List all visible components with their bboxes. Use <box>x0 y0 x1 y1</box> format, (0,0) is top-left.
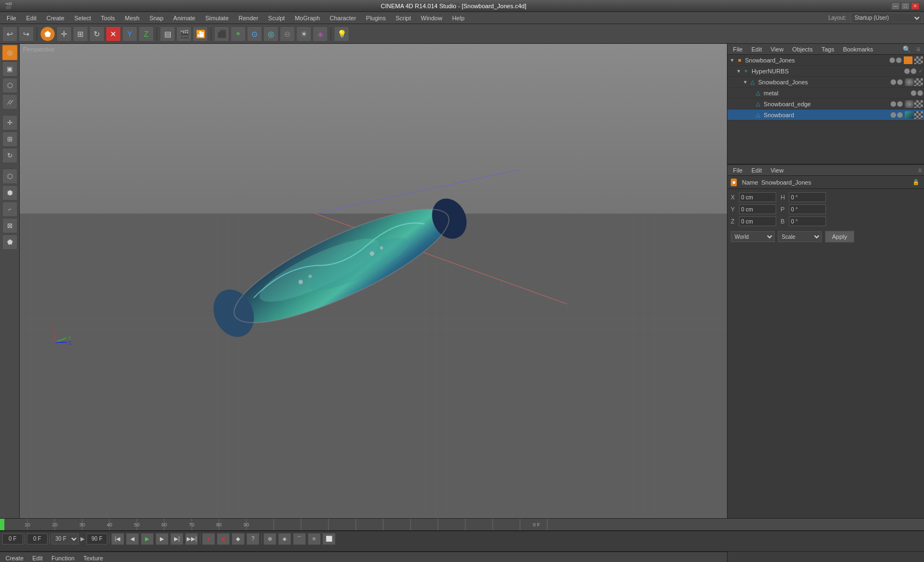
render-dot[interactable] <box>911 68 916 74</box>
current-frame-input[interactable] <box>2 534 23 544</box>
start-frame-input[interactable] <box>27 534 48 544</box>
bevel-button[interactable]: ⬢ <box>2 185 18 200</box>
fcurve-button[interactable]: ⌒ <box>293 533 306 545</box>
go-to-last-button[interactable]: ▶▶| <box>185 533 198 545</box>
coord-z-input[interactable] <box>739 216 776 226</box>
visibility-dot[interactable] <box>891 112 896 118</box>
render-settings-button[interactable]: 🎦 <box>193 26 208 42</box>
step-forward-button[interactable]: ▶ <box>155 533 169 545</box>
attr-view-menu[interactable]: View <box>767 167 787 174</box>
material-preview-1[interactable] <box>905 78 914 86</box>
object-row-hypernurbs[interactable]: ▼ ⌖ HyperNURBS ✓ <box>727 66 924 77</box>
fps-dropdown[interactable]: 30 F <box>51 534 79 544</box>
step-back-button[interactable]: ◀ <box>126 533 139 545</box>
live-selection-button[interactable]: ◎ <box>2 45 18 60</box>
autokey-button[interactable]: ● <box>202 533 215 545</box>
scale-dropdown[interactable]: Scale <box>778 231 822 242</box>
move-button[interactable]: ✛ <box>2 115 18 130</box>
rect-selection-button[interactable]: ▣ <box>2 61 18 77</box>
menu-create[interactable]: Create <box>42 14 69 22</box>
nurbs-button[interactable]: ⌖ <box>230 26 246 42</box>
object-row-snowboard-jones-child[interactable]: ▼ △ Snowboard_Jones <box>727 77 924 88</box>
visibility-dot[interactable] <box>891 79 896 85</box>
smooth-button[interactable]: ⬟ <box>2 234 18 250</box>
object-color-tag[interactable] <box>904 56 913 64</box>
undo-button[interactable]: ↩ <box>2 26 18 42</box>
render-dot[interactable] <box>896 58 902 63</box>
redo-button[interactable]: ↪ <box>19 26 34 42</box>
render-dot[interactable] <box>897 79 903 85</box>
attr-lock-icon[interactable]: 🔒 <box>913 179 919 185</box>
mat-edit-menu[interactable]: Edit <box>29 554 46 562</box>
menu-sculpt[interactable]: Sculpt <box>264 14 290 22</box>
coord-h-input[interactable] <box>789 192 826 202</box>
menu-file[interactable]: File <box>2 14 21 22</box>
object-row-metal[interactable]: ▶ △ metal <box>727 88 924 99</box>
viewport-canvas[interactable]: Y Z X Perspective <box>20 44 727 518</box>
render-dot[interactable] <box>897 112 903 118</box>
render-viewport-button[interactable]: ▤ <box>160 26 175 42</box>
om-settings-icon[interactable]: ≡ <box>915 45 922 53</box>
menu-script[interactable]: Script <box>391 14 415 22</box>
mat-function-menu[interactable]: Function <box>48 554 78 562</box>
visibility-dot[interactable] <box>904 68 910 74</box>
end-frame-input[interactable] <box>86 534 107 544</box>
layout-selector[interactable]: Startup (User) <box>851 13 922 24</box>
maximize-button[interactable]: □ <box>901 2 910 10</box>
texture-tag-edge[interactable] <box>914 100 923 108</box>
object-row-snowboard[interactable]: ▶ △ Snowboard <box>727 110 924 121</box>
go-to-start-button[interactable]: |◀ <box>111 533 124 545</box>
key-button[interactable]: ◆ <box>232 533 245 545</box>
menu-animate[interactable]: Animate <box>169 14 200 22</box>
extrude-button[interactable]: ⬡ <box>2 169 18 184</box>
visibility-dot[interactable] <box>890 58 895 63</box>
material-preview-edge[interactable] <box>905 100 914 108</box>
menu-tools[interactable]: Tools <box>96 14 119 22</box>
window-controls[interactable]: ─ □ ✕ <box>891 2 920 10</box>
menu-simulate[interactable]: Simulate <box>201 14 233 22</box>
axis-button[interactable]: Z <box>138 26 154 42</box>
model-mode-button[interactable]: ⬟ <box>40 26 55 42</box>
menu-edit[interactable]: Edit <box>22 14 41 22</box>
move-tool-button[interactable]: ✛ <box>56 26 72 42</box>
lasso-selection-button[interactable]: ⌭ <box>2 94 18 110</box>
viewport[interactable]: View Cameras Display Options Filter Pane… <box>20 44 727 518</box>
om-objects-menu[interactable]: Objects <box>789 45 816 53</box>
mat-create-menu[interactable]: Create <box>2 554 27 562</box>
close-button[interactable]: ✕ <box>911 2 920 10</box>
playhead-marker[interactable] <box>0 519 4 530</box>
attr-edit-menu[interactable]: Edit <box>748 167 765 174</box>
scale-button[interactable]: ⊞ <box>2 131 18 147</box>
menu-mesh[interactable]: Mesh <box>120 14 144 22</box>
knife-button[interactable]: ⌿ <box>2 202 18 217</box>
attr-settings-icon[interactable]: ≡ <box>918 167 922 174</box>
menu-plugins[interactable]: Plugins <box>362 14 390 22</box>
motion-mode-button[interactable]: ⊕ <box>263 533 276 545</box>
rotate-tool-button[interactable]: ↻ <box>89 26 105 42</box>
key-mode-button[interactable]: ◈ <box>278 533 291 545</box>
deformer-button[interactable]: ⊙ <box>247 26 262 42</box>
camera-button[interactable]: ⊖ <box>280 26 295 42</box>
om-view-menu[interactable]: View <box>767 45 787 53</box>
render-timeline-button[interactable]: ⬜ <box>322 533 336 545</box>
bridge-button[interactable]: ⊠ <box>2 218 18 233</box>
coord-y-input[interactable] <box>739 204 776 214</box>
menu-window[interactable]: Window <box>417 14 447 22</box>
texture-tag[interactable] <box>914 56 923 64</box>
menu-character[interactable]: Character <box>325 14 360 22</box>
visibility-dot[interactable] <box>911 90 916 96</box>
texture-tag-snowboard[interactable] <box>914 111 923 119</box>
om-bookmarks-menu[interactable]: Bookmarks <box>840 45 876 53</box>
timeline-button[interactable]: ≡ <box>308 533 321 545</box>
record-button[interactable]: ◉ <box>217 533 230 545</box>
scale-tool-button[interactable]: ⊞ <box>73 26 88 42</box>
render-to-picture-button[interactable]: 🎬 <box>176 26 192 42</box>
render-dot[interactable] <box>897 101 903 107</box>
om-tags-menu[interactable]: Tags <box>818 45 838 53</box>
world-dropdown[interactable]: World <box>731 231 775 242</box>
om-file-menu[interactable]: File <box>730 45 746 53</box>
menu-help[interactable]: Help <box>448 14 469 22</box>
coord-b-input[interactable] <box>789 216 826 226</box>
render-button[interactable]: ✕ <box>106 26 121 42</box>
play-button[interactable]: ▶ <box>141 533 154 545</box>
